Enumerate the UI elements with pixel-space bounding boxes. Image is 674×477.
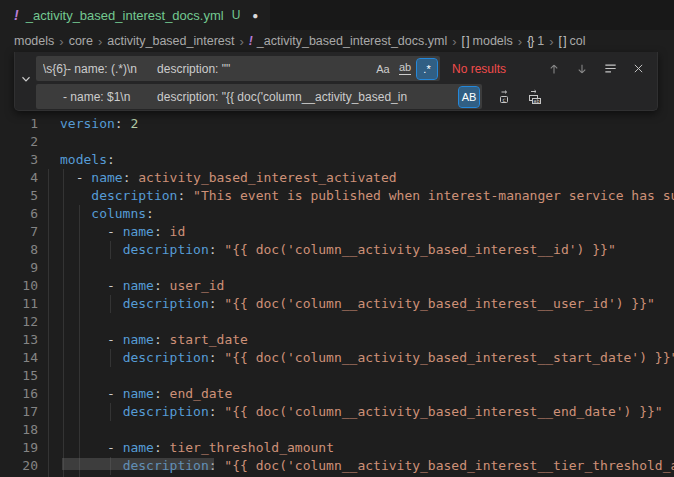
chevron-right-icon: ›	[239, 34, 243, 49]
find-input-wrap: Aa ab .*	[36, 56, 440, 81]
symbol-array-icon: [ ]	[559, 34, 566, 48]
replace-button[interactable]: c	[494, 86, 516, 108]
find-replace-widget: Aa ab .* No results	[14, 52, 658, 111]
code-line[interactable]: 2	[0, 133, 674, 151]
line-number: 2	[0, 133, 38, 151]
code-line[interactable]: 9	[0, 259, 674, 277]
breadcrumb: models›core›activity_based_interest›!_ac…	[0, 30, 674, 52]
code-text: - name: start_date	[60, 331, 248, 349]
whole-word-label: ab	[399, 62, 411, 75]
svg-text:c: c	[502, 95, 506, 102]
code-text: - name: end_date	[60, 385, 232, 403]
line-number: 3	[0, 151, 38, 169]
close-icon[interactable]	[627, 58, 649, 80]
breadcrumb-item[interactable]: activity_based_interest	[107, 34, 234, 48]
code-line[interactable]: 14 description: "{{ doc('column__activit…	[0, 349, 674, 367]
symbol-object-icon: {}	[527, 34, 533, 48]
breadcrumb-label: core	[69, 34, 93, 48]
whole-word-toggle[interactable]: ab	[395, 59, 415, 79]
breadcrumb-item[interactable]: {}1	[527, 34, 544, 48]
code-line[interactable]: 11 description: "{{ doc('column__activit…	[0, 295, 674, 313]
code-line[interactable]: 16 - name: end_date	[0, 385, 674, 403]
line-number: 12	[0, 313, 38, 331]
breadcrumb-label: models	[473, 34, 513, 48]
code-line[interactable]: 6 columns:	[0, 205, 674, 223]
toggle-replace-button[interactable]	[15, 52, 36, 110]
code-text: description: "This event is published wh…	[60, 187, 674, 205]
code-line[interactable]: 10 - name: user_id	[0, 277, 674, 295]
breadcrumb-item[interactable]: core	[69, 34, 93, 48]
line-number: 6	[0, 205, 38, 223]
line-number: 7	[0, 223, 38, 241]
indent-guide	[79, 205, 80, 477]
editor-code-area[interactable]: 1version: 223models:4 - name: activity_b…	[0, 115, 674, 477]
line-number: 9	[0, 259, 38, 277]
chevron-right-icon: ›	[59, 34, 63, 49]
code-line[interactable]: 4 - name: activity_based_interest_activa…	[0, 169, 674, 187]
code-line[interactable]: 8 description: "{{ doc('column__activity…	[0, 241, 674, 259]
code-line[interactable]: 7 - name: id	[0, 223, 674, 241]
breadcrumb-item[interactable]: models	[14, 34, 54, 48]
code-line[interactable]: 15	[0, 367, 674, 385]
breadcrumb-label: _activity_based_interest_docs.yml	[257, 34, 447, 48]
replace-row: AB c ab	[36, 84, 649, 109]
indent-guide	[110, 403, 111, 421]
code-text: description: "{{ doc('column__activity_b…	[60, 295, 655, 313]
tab-title: _activity_based_interest_docs.yml	[26, 8, 224, 23]
tab-active[interactable]: ! _activity_based_interest_docs.yml U ●	[0, 0, 270, 30]
code-line[interactable]: 12	[0, 313, 674, 331]
code-text: description: "{{ doc('column__activity_b…	[60, 241, 616, 259]
code-line[interactable]: 19 - name: tier_threshold_amount	[0, 439, 674, 457]
line-number: 13	[0, 331, 38, 349]
code-line[interactable]: 18	[0, 421, 674, 439]
regex-toggle[interactable]: .*	[417, 59, 437, 79]
git-status-badge: U	[232, 8, 241, 22]
indent-guide	[110, 295, 111, 313]
code-text: description: "{{ doc('column__activity_b…	[60, 349, 674, 367]
line-number: 5	[0, 187, 38, 205]
find-in-selection-button[interactable]	[599, 58, 621, 80]
line-number: 10	[0, 277, 38, 295]
code-line[interactable]: 3models:	[0, 151, 674, 169]
find-input[interactable]	[43, 62, 371, 76]
breadcrumb-item[interactable]: !_activity_based_interest_docs.yml	[249, 34, 447, 48]
file-flag-icon: !	[249, 34, 253, 48]
code-line[interactable]: 5 description: "This event is published …	[0, 187, 674, 205]
line-number: 18	[0, 421, 38, 439]
find-row: Aa ab .* No results	[36, 56, 649, 81]
vscode-window: ! _activity_based_interest_docs.yml U ● …	[0, 0, 674, 477]
dirty-indicator-icon[interactable]: ●	[252, 10, 258, 21]
line-number: 1	[0, 115, 38, 133]
find-status-text: No results	[452, 62, 506, 76]
chevron-down-icon	[19, 72, 33, 90]
breadcrumb-label: 1	[537, 34, 544, 48]
next-match-button[interactable]	[571, 58, 593, 80]
line-number: 14	[0, 349, 38, 367]
breadcrumb-item[interactable]: [ ]col	[559, 34, 586, 48]
line-number: 20	[0, 457, 38, 475]
line-number: 19	[0, 439, 38, 457]
line-number: 8	[0, 241, 38, 259]
breadcrumb-label: col	[570, 34, 586, 48]
tab-bar: ! _activity_based_interest_docs.yml U ●	[0, 0, 674, 30]
previous-match-button[interactable]	[543, 58, 565, 80]
code-line[interactable]: 13 - name: start_date	[0, 331, 674, 349]
line-number: 15	[0, 367, 38, 385]
code-text: - name: user_id	[60, 277, 224, 295]
replace-input[interactable]	[43, 90, 457, 104]
chevron-right-icon: ›	[98, 34, 102, 49]
indent-guide	[110, 241, 111, 259]
line-number: 4	[0, 169, 38, 187]
replace-input-wrap: AB	[36, 84, 482, 109]
horizontal-scrollbar[interactable]	[62, 458, 214, 470]
replace-all-button[interactable]: ab	[524, 86, 546, 108]
breadcrumb-item[interactable]: [ ]models	[462, 34, 513, 48]
preserve-case-toggle[interactable]: AB	[459, 87, 479, 107]
code-line[interactable]: 17 description: "{{ doc('column__activit…	[0, 403, 674, 421]
indent-guide	[110, 349, 111, 367]
code-line[interactable]: 1version: 2	[0, 115, 674, 133]
code-text: models:	[60, 151, 115, 169]
chevron-right-icon: ›	[518, 34, 522, 49]
match-case-toggle[interactable]: Aa	[373, 59, 393, 79]
breadcrumb-label: models	[14, 34, 54, 48]
